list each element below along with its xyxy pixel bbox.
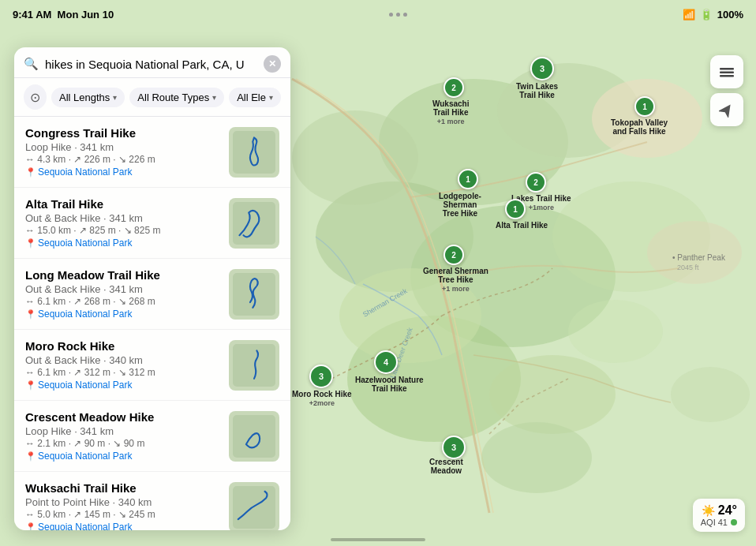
status-center — [389, 13, 407, 17]
svg-text:2045 ft: 2045 ft — [677, 264, 699, 271]
filter-route-types-button[interactable]: All Route Types ▾ — [129, 88, 224, 107]
marker-general-sherman[interactable]: 2 — [443, 245, 464, 265]
trail-info: Congress Trail Hike Loop Hike · 341 km ↔… — [25, 126, 221, 178]
weather-aqi: AQI 41 — [701, 518, 737, 527]
trail-thumbnail — [229, 340, 279, 391]
dot3 — [403, 13, 407, 17]
svg-point-8 — [592, 79, 702, 158]
weather-icon: ☀️ — [702, 504, 715, 517]
svg-rect-25 — [720, 68, 734, 70]
dot2 — [396, 13, 400, 17]
search-input[interactable] — [45, 58, 257, 71]
map-layers-button[interactable] — [710, 55, 743, 88]
filter-lengths-button[interactable]: All Lengths ▾ — [51, 88, 125, 107]
trail-info: Moro Rock Hike Out & Back Hike · 340 km … — [25, 339, 221, 391]
trail-item[interactable]: Wuksachi Trail Hike Point to Point Hike … — [14, 472, 290, 530]
trail-type-distance: Out & Back Hike · 341 km — [25, 283, 221, 295]
trail-elevation: ↔ 15.0 km · ↗ 825 m · ↘ 825 m — [25, 225, 221, 236]
trail-elevation: ↔ 4.3 km · ↗ 226 m · ↘ 226 m — [25, 154, 221, 165]
trail-elevation: ↔ 6.1 km · ↗ 268 m · ↘ 268 m — [25, 296, 221, 307]
trail-name: Crescent Meadow Hike — [25, 410, 221, 424]
svg-point-9 — [647, 221, 742, 284]
svg-point-11 — [489, 355, 616, 434]
filter-route-types-chevron: ▾ — [212, 93, 216, 102]
trail-name: Long Meadow Trail Hike — [25, 268, 221, 282]
svg-text:• Panther Peak: • Panther Peak — [672, 253, 726, 262]
trail-item[interactable]: Moro Rock Hike Out & Back Hike · 340 km … — [14, 330, 290, 401]
filter-elevation-button[interactable]: All Ele ▾ — [229, 88, 281, 107]
trail-type-distance: Out & Back Hike · 340 km — [25, 354, 221, 366]
dot1 — [389, 13, 393, 17]
battery-icon: 🔋 — [700, 9, 713, 21]
filter-elevation-label: All Ele — [237, 92, 266, 103]
filter-lengths-chevron: ▾ — [113, 93, 117, 102]
svg-point-16 — [568, 300, 663, 363]
weather-widget: ☀️ 24° AQI 41 — [693, 499, 745, 532]
marker-crescent-meadow[interactable]: 3 — [442, 436, 466, 459]
trail-info: Long Meadow Trail Hike Out & Back Hike ·… — [25, 268, 221, 320]
home-indicator — [331, 538, 425, 541]
status-bar: 9:41 AM Mon Jun 10 📶 🔋 100% — [0, 0, 756, 28]
filter-lengths-label: All Lengths — [59, 92, 110, 103]
trail-type-distance: Point to Point Hike · 340 km — [25, 496, 221, 508]
trail-park: Sequoia National Park — [25, 309, 221, 320]
filter-icon-button[interactable]: ⊙ — [24, 84, 47, 110]
trail-park: Sequoia National Park — [25, 237, 221, 249]
trail-item[interactable]: Alta Trail Hike Out & Back Hike · 341 km… — [14, 188, 290, 259]
trail-name: Alta Trail Hike — [25, 197, 221, 211]
trail-thumbnail — [229, 482, 279, 531]
svg-point-6 — [292, 110, 418, 205]
trail-thumbnail — [229, 198, 279, 249]
filter-row: ⊙ All Lengths ▾ All Route Types ▾ All El… — [14, 78, 290, 117]
svg-marker-28 — [719, 102, 735, 118]
marker-alta[interactable]: 1 — [505, 199, 526, 219]
trail-type-distance: Loop Hike · 341 km — [25, 141, 221, 153]
battery-level: 100% — [717, 9, 743, 21]
trail-thumbnail — [229, 411, 279, 462]
trail-list[interactable]: Congress Trail Hike Loop Hike · 341 km ↔… — [14, 117, 290, 530]
marker-lodgepole[interactable]: 1 — [458, 169, 478, 189]
marker-hazelwood[interactable]: 4 — [374, 350, 398, 374]
svg-rect-22 — [233, 344, 275, 387]
trail-elevation: ↔ 5.0 km · ↗ 145 m · ↘ 245 m — [25, 509, 221, 520]
svg-rect-23 — [233, 415, 275, 458]
filter-elevation-chevron: ▾ — [269, 93, 273, 102]
status-right: 📶 🔋 100% — [683, 9, 743, 21]
trail-type-distance: Out & Back Hike · 341 km — [25, 212, 221, 224]
trail-info: Wuksachi Trail Hike Point to Point Hike … — [25, 481, 221, 530]
status-time: 9:41 AM Mon Jun 10 — [13, 9, 114, 21]
trail-type-distance: Loop Hike · 341 km — [25, 425, 221, 437]
trail-name: Wuksachi Trail Hike — [25, 481, 221, 496]
trail-park: Sequoia National Park — [25, 166, 221, 178]
search-icon: 🔍 — [24, 57, 39, 71]
search-bar: 🔍 ✕ — [14, 47, 290, 78]
trail-item[interactable]: Congress Trail Hike Loop Hike · 341 km ↔… — [14, 117, 290, 188]
trail-name: Congress Trail Hike — [25, 126, 221, 140]
trail-thumbnail — [229, 269, 279, 320]
wifi-icon: 📶 — [683, 9, 695, 21]
map-controls — [710, 55, 743, 126]
svg-rect-20 — [233, 202, 275, 245]
trail-item[interactable]: Long Meadow Trail Hike Out & Back Hike ·… — [14, 259, 290, 330]
svg-point-18 — [671, 367, 750, 422]
marker-wuksachi[interactable]: 2 — [443, 77, 464, 98]
my-location-button[interactable] — [710, 93, 743, 126]
trail-info: Alta Trail Hike Out & Back Hike · 341 km… — [25, 197, 221, 249]
weather-temp: 24° — [718, 503, 737, 518]
marker-twin-lakes[interactable]: 3 — [530, 57, 554, 80]
marker-lakes-trail[interactable]: 2 — [526, 172, 546, 193]
trail-name: Moro Rock Hike — [25, 339, 221, 353]
trail-thumbnail — [229, 127, 279, 178]
trail-park: Sequoia National Park — [25, 451, 221, 462]
filter-route-types-label: All Route Types — [137, 92, 209, 103]
trail-park: Sequoia National Park — [25, 380, 221, 391]
marker-tokopah[interactable]: 1 — [634, 96, 655, 117]
sidebar: 🔍 ✕ ⊙ All Lengths ▾ All Route Types ▾ Al… — [14, 47, 290, 530]
marker-moro-rock[interactable]: 3 — [309, 365, 333, 388]
trail-park: Sequoia National Park — [25, 522, 221, 530]
svg-rect-26 — [720, 72, 734, 74]
trail-item[interactable]: Crescent Meadow Hike Loop Hike · 341 km … — [14, 401, 290, 472]
svg-point-17 — [481, 422, 592, 493]
aqi-indicator — [731, 519, 737, 525]
search-clear-button[interactable]: ✕ — [264, 55, 281, 73]
